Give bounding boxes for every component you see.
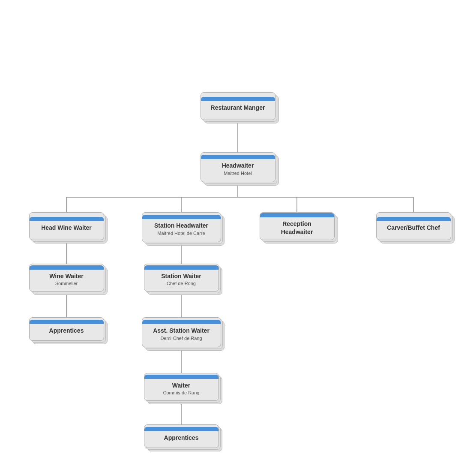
node-subtitle-station_headwaiter: Maitred Hotel de Carre [157,231,205,236]
org-chart: Restaurant MangerHeadwaiterMaitred Hotel… [0,26,476,457]
node-title-wine_waiter: Wine Waiter [49,272,83,280]
node-title-apprentices_right: Apprentices [164,434,199,442]
node-apprentices_right: Apprentices [144,424,219,448]
node-head_wine_waiter: Head Wine Waiter [29,212,104,240]
node-station_headwaiter: Station HeadwaiterMaitred Hotel de Carre [142,212,221,242]
node-title-restaurant_manager: Restaurant Manger [211,104,265,111]
node-headwaiter: HeadwaiterMaitred Hotel [201,152,275,182]
node-station_waiter: Station WaiterChef de Rong [144,264,219,292]
node-title-head_wine_waiter: Head Wine Waiter [41,224,92,231]
node-asst_station_waiter: Asst. Station WaiterDemi-Chef de Rang [142,317,221,347]
node-waiter: WaiterCommis de Rang [144,373,219,401]
node-carver_buffet_chef: Carver/Buffet Chef [376,212,451,240]
node-title-station_waiter: Station Waiter [161,272,201,280]
node-title-apprentices_left: Apprentices [49,327,84,334]
node-title-asst_station_waiter: Asst. Station Waiter [153,327,210,334]
node-title-headwaiter: Headwaiter [222,162,254,169]
page-title [0,0,476,26]
node-reception_headwaiter: Reception Headwaiter [260,212,335,240]
node-subtitle-headwaiter: Maitred Hotel [224,171,251,176]
node-subtitle-asst_station_waiter: Demi-Chef de Rang [160,336,202,341]
node-subtitle-station_waiter: Chef de Rong [167,281,196,286]
node-title-station_headwaiter: Station Headwaiter [154,222,208,229]
node-wine_waiter: Wine WaiterSommelier [29,264,104,292]
node-subtitle-waiter: Commis de Rang [163,390,200,396]
node-apprentices_left: Apprentices [29,317,104,341]
node-subtitle-wine_waiter: Sommelier [55,281,78,286]
node-title-reception_headwaiter: Reception Headwaiter [281,220,313,235]
node-title-carver_buffet_chef: Carver/Buffet Chef [387,224,440,231]
node-title-waiter: Waiter [172,382,190,389]
node-restaurant_manager: Restaurant Manger [201,92,275,120]
